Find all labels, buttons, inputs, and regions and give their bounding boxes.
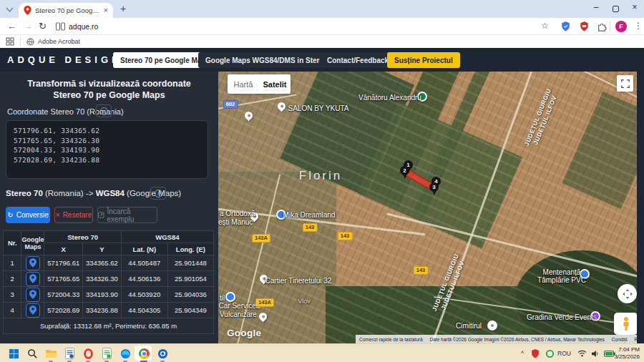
load-example-label: Încarcă exemplu [107,207,157,223]
poi-blue-marker[interactable] [225,292,235,302]
reload-icon[interactable]: ↻ [39,21,47,31]
window-minimize-button[interactable]: – [590,2,602,12]
google-map-satellite[interactable]: 1 2 4 3 Vânătoru Alexandru SALON BY YKUT… [218,72,637,343]
sync-app-button[interactable] [155,346,170,361]
extensions-puzzle-icon[interactable] [597,21,607,31]
coordinates-textarea[interactable]: 571796.61, 334365.62 571765.65, 334326.3… [6,120,208,179]
reset-button[interactable]: × Resetare [54,207,93,223]
extension-shield-red-icon[interactable] [580,21,589,31]
nav-contact-button[interactable]: Contact/Feedback [320,52,396,68]
reset-x-icon: × [56,211,60,219]
road-badge: 143 [338,232,353,240]
start-button[interactable] [6,346,21,361]
security-shield-icon[interactable] [531,344,540,362]
poi-label-partial[interactable]: til [220,294,225,302]
extension-shield-blue-icon[interactable] [561,21,570,31]
taskbar-clock[interactable]: 7:04 PM 3/25/2026 [614,346,640,361]
poi-label-partial[interactable]: a Ortodoxă [220,210,255,217]
calc-app-button[interactable] [99,346,114,361]
conversion-info-button[interactable]: i [150,187,166,200]
language-indicator[interactable]: ROU [557,344,571,362]
marker-number: 3 [432,184,435,190]
tray-expand-button[interactable]: ^ [521,344,524,362]
profile-avatar[interactable]: F [615,21,627,32]
chrome-browser-button[interactable] [136,346,152,361]
row-nr: 3 [4,287,21,303]
convert-button[interactable]: ↻ Conversie [6,207,50,223]
row-lat: 44.505487 [121,255,167,271]
browser-menu-icon[interactable]: ⋮ [634,21,643,31]
wifi-icon[interactable] [577,344,587,362]
map-pin-button[interactable] [26,288,40,302]
poi-label-partial[interactable]: ești Manuc [218,218,253,226]
poi-label[interactable]: Cartier Tineretului 32 [265,277,332,285]
poi-white-marker[interactable] [487,321,497,331]
conv-to-name: WGS84 [96,189,125,197]
pegman-control[interactable] [614,313,637,335]
poi-label[interactable]: Car Service& [219,302,261,310]
area-perimeter-summary: Suprafață: 13312.68 m², Perimetru: 636.8… [4,318,214,334]
forward-icon[interactable]: → [23,21,32,31]
row-lon: 25.904349 [167,303,213,318]
site-logo[interactable]: ADQUE DESIGN [7,54,122,65]
conv-arrow: -> [86,189,94,197]
map-marker-2[interactable]: 2 [400,166,409,175]
map-pin-button[interactable] [26,303,40,318]
conversion-panel: Transformă si vizualizează coordonate St… [0,72,218,343]
poi-label[interactable]: Mentenanță [543,268,581,276]
back-icon[interactable]: ← [7,21,16,31]
coords-info-button[interactable]: i [96,104,112,117]
satellite-view-button[interactable]: Satelit [259,74,291,94]
address-bar-url[interactable]: adque.ro [69,22,98,31]
col-header-gmaps: Google Maps [21,231,44,255]
edge-browser-button[interactable] [117,346,133,361]
apps-grid-icon[interactable] [6,37,14,46]
terms-link[interactable]: Condiții [612,337,628,342]
tray-app-icon[interactable] [546,344,554,362]
opera-browser-button[interactable] [80,346,96,361]
window-close-button[interactable]: × [628,2,641,12]
map-marker-3[interactable]: 3 [429,182,439,192]
tab-search-chevron-icon[interactable] [7,6,12,11]
volume-icon[interactable] [591,344,600,362]
table-row: 1 571796.61 334365.62 44.505487 25.90144… [4,255,214,271]
fullscreen-button[interactable] [617,75,633,92]
map-type-control: Hartă Satelit [228,74,291,94]
reset-label: Resetare [63,211,92,219]
pan-control[interactable] [618,284,637,303]
row-nr: 4 [4,303,21,318]
row-x: 572028.69 [44,303,83,318]
poi-label[interactable]: Cimitirul [456,322,482,330]
map-pin-button[interactable] [26,272,40,286]
row-nr: 1 [4,255,21,271]
poi-label[interactable]: Vânătoru Alexandru [358,94,421,102]
map-pin-button[interactable] [26,256,40,270]
writer-app-button[interactable] [62,346,77,361]
keyboard-shortcuts-link[interactable]: Comenzi rapide de la tastatură [359,337,423,342]
poi-label[interactable]: Vulcanizare [220,310,257,318]
taskbar-search-button[interactable] [24,346,40,361]
nav-support-button[interactable]: Susține Proiectul [387,52,460,68]
road-badge: 602 [223,100,238,109]
bookmark-star-icon[interactable]: ☆ [541,21,549,31]
blue-pin-icon [29,274,36,283]
new-tab-button[interactable]: + [120,3,126,14]
windows-taskbar: ^ ROU 7:04 PM 3/25/2026 [0,343,644,362]
road-badge: 143 [303,223,318,232]
poi-label[interactable]: Mika Dreamland [283,211,336,219]
poi-label[interactable]: Gradina Verde Events [527,313,597,321]
site-header: ADQUE DESIGN Stereo 70 pe Google Maps Go… [0,48,644,72]
row-lat: 44.503920 [121,287,167,303]
tab-close-icon[interactable]: × [104,6,108,14]
poi-label[interactable]: SALON BY YKUTA [288,104,348,112]
city-label: Florin [299,169,343,183]
window-maximize-button[interactable] [613,6,619,12]
poi-label[interactable]: Tâmplărie PVC [537,276,586,284]
tab-organize-icon[interactable] [56,22,65,31]
bookmark-item[interactable]: Adobe Acrobat [38,38,80,45]
file-explorer-button[interactable] [43,346,59,361]
browser-tab[interactable]: Stereo 70 pe Google Maps × [19,3,113,18]
map-view-button[interactable]: Hartă [228,74,259,94]
load-example-button[interactable]: Încarcă exemplu [97,207,157,223]
report-error-link[interactable]: Raportează o eroare pe hartă [635,337,637,342]
